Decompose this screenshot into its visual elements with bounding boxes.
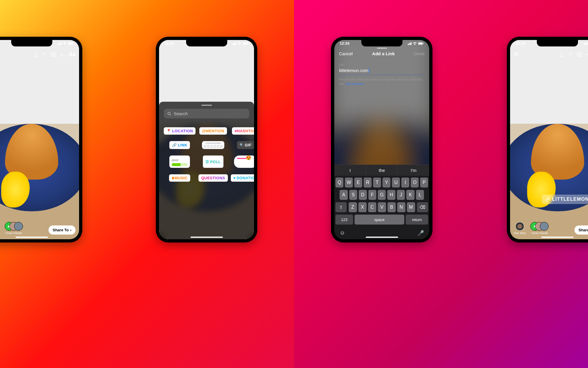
sticker-icon[interactable] [51, 51, 56, 57]
key-k[interactable]: K [406, 190, 414, 200]
share-bar: Your Story ★ Close Friends Share To › [0, 222, 79, 235]
sticker-music[interactable]: ıllıMUSIC [169, 174, 190, 182]
drawer-handle[interactable] [201, 105, 212, 106]
status-indicators [233, 41, 249, 46]
status-indicators [584, 41, 588, 46]
suggestion[interactable]: I'm [398, 165, 429, 176]
text-tool[interactable]: Aa [69, 51, 76, 58]
emoji-key[interactable]: ☺ [340, 230, 345, 236]
link-icon: 🔗 [172, 143, 177, 147]
close-friends-target[interactable]: ★ Close Friends [530, 222, 549, 235]
link-icon [545, 197, 550, 202]
svg-point-18 [580, 54, 580, 54]
sticker-icon[interactable] [577, 51, 582, 57]
link-sticker[interactable]: LITTLELEMON.COM [542, 195, 588, 204]
key-f[interactable]: F [368, 190, 376, 200]
home-indicator[interactable] [541, 237, 574, 238]
close-icon[interactable]: ✕ [514, 51, 519, 58]
numbers-key[interactable]: 123 [335, 215, 353, 225]
sticker-gif[interactable]: 🔍GIF [237, 141, 254, 149]
svg-rect-1 [69, 43, 72, 44]
suggestion[interactable]: the [366, 165, 398, 176]
key-p[interactable]: P [420, 178, 428, 188]
phone-sticker-drawer: 12:34 Search 📍LOCATION @MENTION [156, 37, 257, 242]
key-e[interactable]: E [354, 178, 362, 188]
your-story-target[interactable]: Your Story [514, 222, 526, 235]
bars-icon: ☰ [206, 160, 209, 164]
key-a[interactable]: A [340, 190, 348, 200]
key-r[interactable]: R [364, 178, 372, 188]
status-time: 12:34 [340, 41, 349, 46]
cancel-button[interactable]: Cancel [339, 51, 353, 56]
status-indicators [58, 41, 74, 46]
share-to-button[interactable]: Share To › [49, 225, 76, 235]
sheet-title: Add a Link [372, 51, 395, 56]
key-j[interactable]: J [397, 190, 405, 200]
key-s[interactable]: S [349, 190, 357, 200]
key-g[interactable]: G [378, 190, 386, 200]
download-icon[interactable] [33, 52, 38, 57]
done-button[interactable]: Done [414, 51, 425, 56]
share-to-button[interactable]: Share To › [574, 225, 588, 235]
keyboard[interactable]: I the I'm QWERTYUIOP ASDFGHJKL ⇧ ZXCVBNM… [334, 165, 429, 239]
editor-toolbar: ✕ Aa [510, 51, 588, 58]
sticker-donation[interactable]: ♥DONATION [231, 174, 254, 182]
sticker-mention[interactable]: @MENTION [199, 127, 227, 135]
sticker-quiz[interactable]: QUIZ [169, 155, 190, 168]
key-o[interactable]: O [411, 178, 419, 188]
home-indicator[interactable] [191, 237, 223, 238]
key-b[interactable]: B [387, 202, 396, 212]
effects-icon[interactable] [42, 52, 47, 57]
url-input[interactable]: littlelemon.com [339, 67, 425, 75]
dictation-key[interactable]: 🎤 [417, 230, 424, 236]
key-u[interactable]: U [392, 178, 400, 188]
sticker-slider[interactable] [234, 155, 254, 168]
heart-icon: ♥ [233, 176, 236, 180]
shift-key[interactable]: ⇧ [335, 202, 347, 212]
key-w[interactable]: W [345, 178, 353, 188]
home-indicator[interactable] [16, 237, 48, 238]
sticker-poll[interactable]: ☰POLL [203, 155, 223, 168]
pin-icon: 📍 [166, 129, 171, 133]
key-t[interactable]: T [373, 178, 381, 188]
status-indicators [408, 41, 424, 46]
key-z[interactable]: Z [349, 202, 357, 212]
svg-point-9 [168, 112, 170, 114]
draw-icon[interactable] [586, 52, 588, 57]
backspace-key[interactable]: ⌫ [417, 202, 428, 212]
close-friends-target[interactable]: ★ Close Friends [5, 222, 23, 235]
search-icon: 🔍 [240, 143, 244, 147]
key-i[interactable]: I [401, 178, 409, 188]
home-indicator[interactable] [366, 237, 398, 238]
key-h[interactable]: H [387, 190, 395, 200]
key-l[interactable]: L [416, 190, 424, 200]
sheet-handle[interactable] [377, 48, 387, 49]
return-key[interactable]: return [406, 215, 428, 225]
sticker-countdown[interactable]: COUNTDOWN [202, 141, 224, 149]
key-d[interactable]: D [359, 190, 367, 200]
sticker-search[interactable]: Search [164, 109, 249, 118]
see-preview-link[interactable]: See preview [346, 82, 364, 86]
download-icon[interactable] [559, 52, 564, 57]
space-key[interactable]: space [355, 215, 404, 225]
key-x[interactable]: X [358, 202, 367, 212]
sticker-link[interactable]: 🔗LINK [169, 141, 190, 149]
draw-icon[interactable] [60, 52, 65, 57]
suggestion[interactable]: I [334, 165, 366, 176]
key-q[interactable]: Q [335, 178, 343, 188]
keyboard-suggestions[interactable]: I the I'm [334, 165, 429, 176]
svg-rect-12 [423, 43, 424, 44]
sticker-drawer[interactable]: Search 📍LOCATION @MENTION #HASHTAG 🔗LINK… [159, 102, 254, 239]
sticker-questions[interactable]: QUESTIONS [198, 174, 228, 182]
key-c[interactable]: C [368, 202, 376, 212]
svg-rect-8 [248, 43, 248, 44]
key-n[interactable]: N [397, 202, 405, 212]
search-placeholder: Search [174, 111, 188, 116]
sticker-hashtag[interactable]: #HASHTAG [232, 127, 254, 135]
sticker-location[interactable]: 📍LOCATION [164, 127, 196, 135]
editor-toolbar: ✕ Aa [0, 51, 79, 58]
key-y[interactable]: Y [382, 178, 390, 188]
key-m[interactable]: M [407, 202, 415, 212]
key-v[interactable]: V [378, 202, 386, 212]
effects-icon[interactable] [568, 52, 573, 57]
